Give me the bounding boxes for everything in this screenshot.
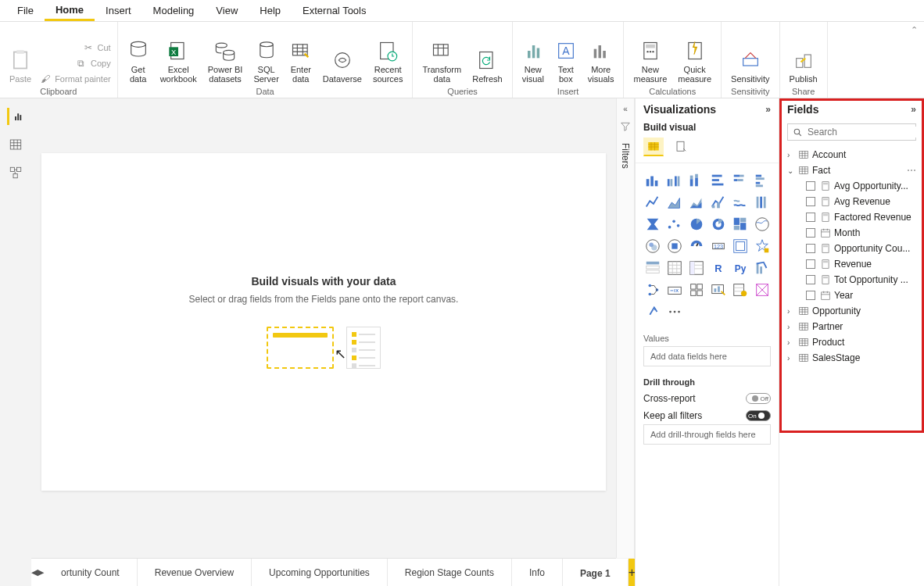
viz-type-10[interactable]	[731, 193, 750, 212]
viz-type-13[interactable]	[665, 215, 684, 234]
format-painter-button[interactable]: 🖌Format painter	[38, 73, 113, 85]
field-tot-opportunity-[interactable]: Tot Opportunity ...	[779, 272, 924, 288]
menu-external-tools[interactable]: External Tools	[292, 2, 377, 20]
viz-type-30[interactable]	[643, 280, 662, 299]
field-opportunity-cou-[interactable]: Opportunity Cou...	[779, 241, 924, 256]
model-view-button[interactable]	[7, 164, 24, 181]
excel-button[interactable]: XExcel workbook	[156, 38, 202, 85]
viz-type-9[interactable]	[709, 193, 728, 212]
table-partner[interactable]: ›Partner	[779, 319, 924, 334]
menu-home[interactable]: Home	[45, 1, 95, 21]
dataverse-button[interactable]: Dataverse	[318, 48, 367, 85]
viz-type-20[interactable]	[687, 237, 706, 255]
tabs-prev-button[interactable]: ◀	[31, 559, 38, 586]
values-dropzone[interactable]: Add data fields here	[643, 346, 771, 366]
field-checkbox[interactable]	[806, 197, 815, 206]
viz-type-36[interactable]	[643, 302, 662, 321]
viz-type-15[interactable]	[709, 215, 728, 234]
fields-search[interactable]	[787, 123, 916, 141]
field-checkbox[interactable]	[806, 259, 815, 269]
fields-search-input[interactable]	[808, 127, 924, 138]
refresh-button[interactable]: Refresh	[467, 48, 507, 85]
viz-type-33[interactable]	[709, 280, 728, 299]
menu-modeling[interactable]: Modeling	[142, 2, 206, 20]
expand-filters-icon[interactable]: «	[623, 105, 628, 113]
paste-button[interactable]: Paste	[5, 48, 36, 85]
format-visual-tab[interactable]	[672, 138, 692, 156]
viz-type-21[interactable]: 123	[709, 237, 728, 255]
table-fact[interactable]: ⌄Fact⋯	[779, 163, 924, 178]
viz-type-27[interactable]: R	[709, 259, 728, 277]
viz-type-5[interactable]	[753, 171, 772, 190]
viz-type-26[interactable]	[687, 259, 706, 277]
viz-type-17[interactable]	[753, 215, 772, 234]
menu-insert[interactable]: Insert	[95, 2, 142, 20]
field-month[interactable]: Month	[779, 225, 924, 241]
field-checkbox[interactable]	[806, 291, 815, 300]
viz-type-18[interactable]	[643, 237, 662, 255]
field-revenue[interactable]: Revenue	[779, 256, 924, 272]
copy-button[interactable]: ⧉Copy	[38, 57, 113, 70]
table-product[interactable]: ›Product	[779, 334, 924, 350]
viz-type-1[interactable]	[665, 171, 684, 190]
new-visual-button[interactable]: New visual	[518, 38, 549, 85]
viz-type-6[interactable]	[643, 193, 662, 212]
more-visuals-button[interactable]: More visuals	[583, 38, 619, 85]
viz-type-25[interactable]	[665, 259, 684, 277]
recent-sources-button[interactable]: Recent sources	[368, 38, 408, 85]
tab-revenue-overview[interactable]: Revenue Overview	[138, 559, 252, 586]
powerbi-datasets-button[interactable]: Power BI datasets	[203, 38, 248, 85]
tab-info[interactable]: Info	[512, 559, 563, 586]
quick-measure-button[interactable]: Quick measure	[673, 38, 716, 85]
get-data-button[interactable]: Get data	[123, 38, 154, 85]
tabs-next-button[interactable]: ▶	[38, 559, 44, 586]
viz-type-22[interactable]	[731, 237, 750, 255]
text-box-button[interactable]: AText box	[550, 38, 582, 85]
cross-report-toggle[interactable]: Off	[746, 393, 771, 404]
field-checkbox[interactable]	[806, 213, 815, 222]
viz-type-37[interactable]	[665, 302, 684, 321]
field-avg-revenue[interactable]: Avg Revenue	[779, 194, 924, 209]
sensitivity-button[interactable]: Sensitivity	[726, 48, 775, 85]
tab-region-stage-counts[interactable]: Region Stage Counts	[388, 559, 512, 586]
viz-type-0[interactable]	[643, 171, 662, 190]
viz-type-34[interactable]	[731, 280, 750, 299]
tab-upcoming-opportunities[interactable]: Upcoming Opportunities	[252, 559, 388, 586]
field-checkbox[interactable]	[806, 181, 815, 191]
viz-type-3[interactable]	[709, 171, 728, 190]
table-opportunity[interactable]: ›Opportunity	[779, 303, 924, 319]
report-canvas[interactable]: Build visuals with your data Select or d…	[41, 153, 606, 491]
viz-type-23[interactable]	[753, 237, 772, 255]
viz-type-11[interactable]	[753, 193, 772, 212]
sql-server-button[interactable]: SQL Server	[249, 38, 283, 85]
viz-type-12[interactable]	[643, 215, 662, 234]
cut-button[interactable]: ✂Cut	[38, 41, 113, 54]
viz-type-29[interactable]	[753, 259, 772, 277]
viz-type-16[interactable]	[731, 215, 750, 234]
menu-view[interactable]: View	[205, 2, 249, 20]
new-measure-button[interactable]: New measure	[629, 38, 672, 85]
enter-data-button[interactable]: Enter data	[285, 38, 317, 85]
data-view-button[interactable]	[7, 136, 24, 153]
field-checkbox[interactable]	[806, 228, 815, 238]
viz-type-8[interactable]	[687, 193, 706, 212]
table-salesstage[interactable]: ›SalesStage	[779, 350, 924, 366]
menu-help[interactable]: Help	[249, 2, 292, 20]
viz-type-35[interactable]	[753, 280, 772, 299]
drill-through-dropzone[interactable]: Add drill-through fields here	[643, 424, 771, 445]
report-view-button[interactable]	[7, 108, 24, 125]
viz-type-31[interactable]	[665, 280, 684, 299]
build-visual-tab[interactable]	[643, 138, 664, 156]
viz-type-4[interactable]	[731, 171, 750, 190]
keep-filters-toggle[interactable]: On	[746, 410, 771, 421]
transform-data-button[interactable]: Transform data	[417, 38, 466, 85]
viz-type-28[interactable]: Py	[731, 259, 750, 277]
tab-page-1[interactable]: Page 1	[563, 559, 629, 586]
menu-file[interactable]: File	[6, 2, 45, 20]
table-account[interactable]: ›Account	[779, 147, 924, 163]
viz-type-14[interactable]	[687, 215, 706, 234]
field-factored-revenue[interactable]: Factored Revenue	[779, 209, 924, 225]
field-avg-opportunity-[interactable]: Avg Opportunity...	[779, 178, 924, 194]
viz-type-19[interactable]	[665, 237, 684, 255]
field-checkbox[interactable]	[806, 244, 815, 253]
